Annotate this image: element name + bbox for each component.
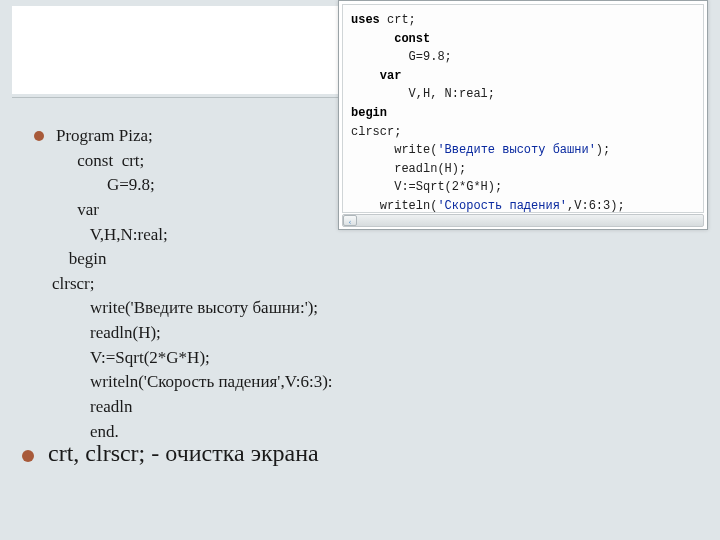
code-line: V:=Sqrt(2*G*H); (351, 178, 695, 197)
note-text: crt, clrscr; - очистка экрана (48, 440, 319, 467)
code-line: clrscr; (351, 123, 695, 142)
program-listing: Program Piza; const crt; G=9.8; var V,H,… (34, 124, 360, 444)
bullet-icon (34, 131, 44, 141)
code-line: uses crt; (351, 11, 695, 30)
code-line: G=9.8; (351, 48, 695, 67)
chevron-left-icon: ‹ (349, 216, 352, 226)
code-line: var (351, 67, 695, 86)
code-line: write('Введите высоту башни'); (351, 141, 695, 160)
note-block: crt, clrscr; - очистка экрана (22, 440, 319, 467)
code-line: const (351, 30, 695, 49)
code-editor-window: uses crt; const G=9.8; var V,H, N:real; … (338, 0, 708, 230)
code-editor-body: uses crt; const G=9.8; var V,H, N:real; … (342, 4, 704, 213)
code-line: begin (351, 104, 695, 123)
bullet-row: Program Piza; const crt; G=9.8; var V,H,… (34, 124, 360, 272)
code-line: V,H, N:real; (351, 85, 695, 104)
scroll-left-button[interactable]: ‹ (343, 215, 357, 226)
bullet-icon (22, 450, 34, 462)
code-line: readln(H); (351, 160, 695, 179)
horizontal-scrollbar[interactable]: ‹ (342, 214, 704, 227)
code-line: writeln('Скорость падения',V:6:3); (351, 197, 695, 213)
program-head: Program Piza; const crt; G=9.8; var V,H,… (56, 124, 168, 272)
program-rest: write('Введите высоту башни:'); readln(H… (90, 296, 360, 444)
program-clrscr: clrscr; (52, 272, 360, 297)
